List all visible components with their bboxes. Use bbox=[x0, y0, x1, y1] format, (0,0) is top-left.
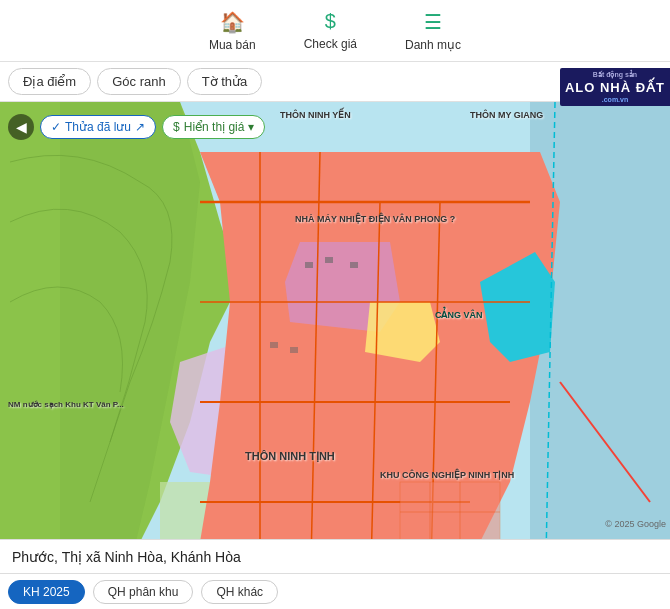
map-svg bbox=[0, 102, 670, 609]
map-container[interactable]: THÔN NINH YẾN THÔN MY GIANG NHÀ MÁY NHIỆ… bbox=[0, 102, 670, 609]
svg-rect-16 bbox=[290, 347, 298, 353]
filter-location[interactable]: Địa điểm bbox=[8, 68, 91, 95]
show-price-button[interactable]: $ Hiển thị giá ▾ bbox=[162, 115, 265, 139]
logo: Bất động sản ALO NHÀ ĐẤT .com.vn bbox=[560, 68, 670, 106]
dollar-icon: $ bbox=[173, 120, 180, 134]
google-watermark: © 2025 Google bbox=[605, 519, 666, 529]
tag-qh-phan-khu[interactable]: QH phân khu bbox=[93, 580, 194, 604]
toolbar-check-label: Check giá bbox=[304, 37, 357, 51]
svg-rect-12 bbox=[305, 262, 313, 268]
tag-qh-khac[interactable]: QH khác bbox=[201, 580, 278, 604]
svg-rect-13 bbox=[325, 257, 333, 263]
address-text: Phước, Thị xã Ninh Hòa, Khánh Hòa bbox=[12, 549, 241, 565]
toolbar-menu[interactable]: ☰ Danh mục bbox=[381, 2, 485, 60]
saved-check-icon: ✓ bbox=[51, 120, 61, 134]
toolbar-buy[interactable]: 🏠 Mua bán bbox=[185, 2, 280, 60]
logo-top-text: Bất động sản bbox=[593, 71, 637, 79]
price-dropdown-icon: ▾ bbox=[248, 120, 254, 134]
filter-boundary[interactable]: Góc ranh bbox=[97, 68, 180, 95]
price-icon: $ bbox=[325, 10, 336, 33]
price-label: Hiển thị giá bbox=[184, 120, 245, 134]
filter-parcel[interactable]: Tờ thửa bbox=[187, 68, 263, 95]
toolbar-buy-label: Mua bán bbox=[209, 38, 256, 52]
logo-main-text: ALO NHÀ ĐẤT bbox=[565, 80, 665, 95]
tag-kh2025[interactable]: KH 2025 bbox=[8, 580, 85, 604]
collapse-button[interactable]: ◀ bbox=[8, 114, 34, 140]
toolbar-check-price[interactable]: $ Check giá bbox=[280, 2, 381, 59]
saved-label: Thửa đã lưu bbox=[65, 120, 131, 134]
tag-bar: KH 2025 QH phân khu QH khác bbox=[0, 573, 670, 609]
address-bar: Phước, Thị xã Ninh Hòa, Khánh Hòa bbox=[0, 539, 670, 573]
toolbar: 🏠 Mua bán $ Check giá ☰ Danh mục bbox=[0, 0, 670, 62]
svg-rect-15 bbox=[270, 342, 278, 348]
buy-icon: 🏠 bbox=[220, 10, 245, 34]
menu-icon: ☰ bbox=[424, 10, 442, 34]
logo-sub-text: .com.vn bbox=[602, 96, 628, 103]
toolbar-menu-label: Danh mục bbox=[405, 38, 461, 52]
saved-parcels-button[interactable]: ✓ Thửa đã lưu ↗ bbox=[40, 115, 156, 139]
saved-arrow-icon: ↗ bbox=[135, 120, 145, 134]
svg-rect-1 bbox=[530, 102, 670, 609]
svg-rect-14 bbox=[350, 262, 358, 268]
map-controls: ◀ ✓ Thửa đã lưu ↗ $ Hiển thị giá ▾ bbox=[0, 108, 670, 146]
